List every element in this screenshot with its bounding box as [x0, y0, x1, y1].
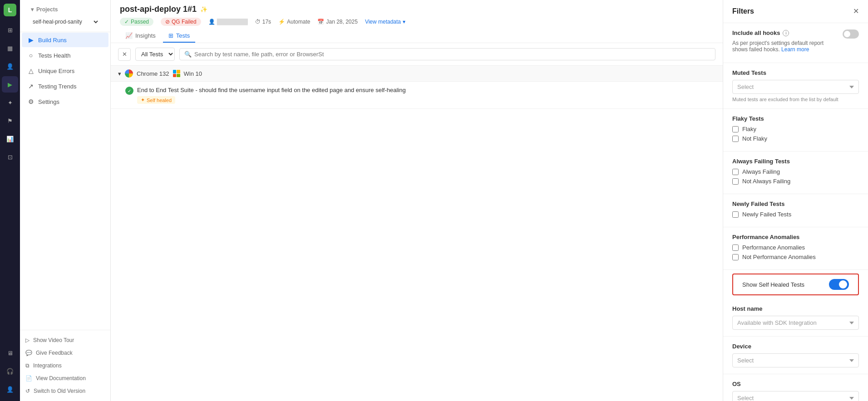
chevron-down-icon: ▾: [31, 6, 34, 13]
device-title: Device: [732, 343, 859, 350]
toggle-slider: [829, 279, 849, 290]
device-select[interactable]: Select: [732, 353, 859, 367]
filter-always-failing: Always Failing Tests Always Failing Not …: [723, 152, 868, 194]
filter-panel: Filters ✕ Include all hooks i As per pro…: [723, 0, 868, 401]
sidebar-item-settings[interactable]: ⚙ Settings: [22, 94, 108, 109]
clear-filter-button[interactable]: ✕: [118, 48, 131, 61]
sidebar-item-build-runs[interactable]: ▶ Build Runs: [22, 33, 108, 47]
perf-anomalies-checkbox-row: Performance Anomalies: [732, 244, 859, 251]
nav-icon-dashboards[interactable]: ▦: [2, 40, 18, 56]
sidebar-item-unique-errors[interactable]: △ Unique Errors: [22, 64, 108, 78]
filter-title: Filters: [732, 7, 754, 15]
chevron-down-icon: ▾: [403, 19, 405, 25]
test-info: End to End Test Suite - should find the …: [137, 86, 715, 104]
windows-icon: [173, 70, 180, 77]
sidebar-bottom-video-tour[interactable]: ▷ Show Video Tour: [20, 334, 110, 347]
nav-icon-user-circle[interactable]: 👤: [2, 381, 18, 397]
testing-trends-icon: ↗: [27, 83, 35, 90]
search-icon: 🔍: [184, 51, 192, 58]
not-flaky-checkbox[interactable]: [732, 136, 739, 142]
status-badge-passed: ✓ Passed: [120, 18, 153, 26]
sidebar-bottom: ▷ Show Video Tour 💬 Give Feedback ⧉ Inte…: [20, 330, 110, 401]
build-automate: ⚡ Automate: [278, 19, 310, 25]
nav-icon-overview[interactable]: ⊞: [2, 22, 18, 38]
project-dropdown[interactable]: self-heal-prod-sanity: [31, 18, 99, 25]
all-tests-dropdown[interactable]: All Tests Passed Failed Skipped: [135, 48, 175, 61]
info-icon: i: [783, 30, 789, 36]
sidebar-item-tests-health[interactable]: ○ Tests Health: [22, 48, 108, 63]
chevron-down-icon[interactable]: ▾: [118, 70, 121, 77]
filter-include-hooks: Include all hooks i As per project's set…: [723, 23, 868, 63]
user-icon: 👤: [208, 19, 215, 25]
sidebar-bottom-integrations[interactable]: ⧉ Integrations: [20, 359, 110, 372]
build-user: 👤 ████████: [208, 19, 248, 25]
close-filter-button[interactable]: ✕: [853, 8, 859, 15]
sidebar-item-testing-trends[interactable]: ↗ Testing Trends: [22, 79, 108, 93]
settings-icon: ⚙: [27, 98, 35, 105]
nav-icon-grid[interactable]: ⊡: [2, 149, 18, 165]
perf-anomalies-checkbox[interactable]: [732, 245, 739, 251]
nav-icon-build-runs[interactable]: ▶: [2, 76, 18, 93]
always-failing-checkbox-row: Always Failing: [732, 168, 859, 175]
show-self-healed-label: Show Self Healed Tests: [742, 281, 804, 288]
filter-os: OS Select: [723, 374, 868, 401]
always-failing-checkbox[interactable]: [732, 169, 739, 175]
newly-failed-checkbox[interactable]: [732, 211, 739, 218]
tests-health-icon: ○: [27, 52, 35, 59]
test-passed-icon: ✓: [125, 87, 133, 95]
include-hooks-row: Include all hooks i As per project's set…: [732, 29, 859, 56]
switch-icon: ↺: [25, 388, 30, 394]
project-select[interactable]: self-heal-prod-sanity: [25, 15, 105, 28]
muted-tests-description: Muted tests are excluded from the list b…: [732, 97, 859, 102]
nav-icon-person[interactable]: 👤: [2, 58, 18, 74]
flaky-checkbox[interactable]: [732, 126, 739, 132]
build-runs-icon: ▶: [27, 36, 35, 44]
test-name[interactable]: End to End Test Suite - should find the …: [137, 86, 715, 94]
table-row: ✓ End to End Test Suite - should find th…: [111, 82, 723, 109]
main-header: post-api-deploy 1#1 ✨ ✓ Passed ⊘ QG Fail…: [111, 0, 723, 43]
build-name: post-api-deploy 1#1: [120, 5, 197, 14]
host-name-title: Host name: [732, 305, 859, 312]
not-always-failing-checkbox[interactable]: [732, 178, 739, 185]
include-hooks-text: Include all hooks i As per project's set…: [732, 29, 838, 56]
include-hooks-toggle[interactable]: [843, 29, 859, 39]
show-self-healed-row: Show Self Healed Tests: [732, 274, 859, 295]
sidebar-bottom-switch-old[interactable]: ↺ Switch to Old Version: [20, 385, 110, 397]
sidebar-bottom-documentation[interactable]: 📄 View Documentation: [20, 372, 110, 385]
sidebar-top: ▾ Projects self-heal-prod-sanity: [20, 0, 110, 32]
table-icon: ⊞: [168, 32, 173, 39]
host-name-select[interactable]: Available with SDK Integration: [732, 316, 859, 330]
sidebar-bottom-give-feedback[interactable]: 💬 Give Feedback: [20, 347, 110, 359]
heal-icon: ✦: [141, 97, 145, 103]
test-group-header: ▾ Chrome 132 Win 10: [111, 66, 723, 82]
search-input[interactable]: [194, 51, 710, 58]
documentation-icon: 📄: [25, 375, 32, 381]
tab-insights[interactable]: 📈 Insights: [120, 29, 161, 43]
nav-icon-monitor[interactable]: 🖥: [2, 345, 18, 361]
learn-more-link[interactable]: Learn more: [781, 46, 809, 53]
check-icon: ✓: [124, 19, 129, 25]
build-date: 📅 Jan 28, 2025: [317, 19, 357, 25]
view-metadata-btn[interactable]: View metadata ▾: [365, 19, 405, 25]
nav-icon-star[interactable]: ✦: [2, 94, 18, 111]
search-box: 🔍: [179, 48, 715, 60]
muted-tests-select[interactable]: Select: [732, 80, 859, 94]
always-failing-title: Always Failing Tests: [732, 158, 859, 165]
status-badge-qg-failed: ⊘ QG Failed: [161, 18, 201, 26]
os-select[interactable]: Select: [732, 391, 859, 401]
nav-icon-flag[interactable]: ⚑: [2, 112, 18, 129]
nav-icon-chart[interactable]: 📊: [2, 131, 18, 147]
not-perf-anomalies-checkbox[interactable]: [732, 254, 739, 260]
feedback-icon: 💬: [25, 350, 32, 356]
not-always-failing-checkbox-row: Not Always Failing: [732, 178, 859, 185]
build-meta: ✓ Passed ⊘ QG Failed 👤 ████████ ⏱ 17s ⚡ …: [120, 18, 714, 26]
tab-tests[interactable]: ⊞ Tests: [163, 29, 195, 43]
sidebar-section-projects[interactable]: ▾ Projects: [25, 4, 105, 15]
filter-performance-anomalies: Performance Anomalies Performance Anomal…: [723, 227, 868, 270]
filter-newly-failed: Newly Failed Tests Newly Failed Tests: [723, 194, 868, 227]
not-perf-anomalies-checkbox-row: Not Performance Anomalies: [732, 254, 859, 260]
filter-device: Device Select: [723, 337, 868, 374]
show-self-healed-toggle[interactable]: [829, 279, 849, 290]
calendar-icon: 📅: [317, 19, 324, 25]
nav-icon-headset[interactable]: 🎧: [2, 363, 18, 379]
